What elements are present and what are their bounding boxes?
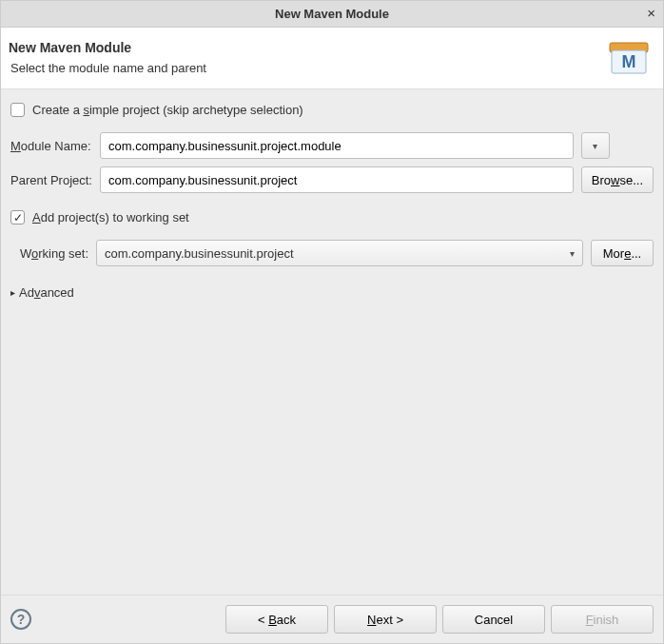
header-title: New Maven Module bbox=[9, 40, 206, 55]
finish-button[interactable]: Finish bbox=[551, 605, 654, 634]
working-set-more-button[interactable]: More... bbox=[591, 240, 654, 266]
working-set-combo[interactable]: com.company.businessunit.project ▾ bbox=[96, 240, 583, 266]
chevron-down-icon: ▾ bbox=[570, 248, 575, 259]
add-working-set-row: Add project(s) to working set bbox=[10, 210, 654, 224]
titlebar: New Maven Module × bbox=[1, 1, 663, 28]
simple-project-row: Create a simple project (skip archetype … bbox=[10, 103, 654, 117]
advanced-label: Advanced bbox=[19, 285, 74, 300]
titlebar-title: New Maven Module bbox=[275, 7, 389, 21]
wizard-window: New Maven Module × New Maven Module Sele… bbox=[0, 0, 664, 644]
header-text: New Maven Module Select the module name … bbox=[9, 40, 206, 75]
working-set-label: Working set: bbox=[20, 246, 88, 261]
header-subtitle: Select the module name and parent bbox=[9, 61, 206, 75]
twisty-collapsed-icon: ▸ bbox=[10, 287, 15, 298]
advanced-section-toggle[interactable]: ▸ Advanced bbox=[10, 285, 654, 300]
module-name-input[interactable] bbox=[100, 132, 574, 159]
wizard-footer: ? < Back Next > Cancel Finish bbox=[1, 595, 663, 643]
module-name-history-button[interactable]: ▾ bbox=[581, 132, 610, 159]
working-set-row: Working set: com.company.businessunit.pr… bbox=[20, 240, 654, 266]
parent-project-label: Parent Project: bbox=[10, 173, 92, 187]
browse-button[interactable]: Browse... bbox=[581, 166, 654, 193]
wizard-button-row: < Back Next > Cancel Finish bbox=[225, 605, 654, 634]
back-button[interactable]: < Back bbox=[225, 605, 328, 634]
add-working-set-label: Add project(s) to working set bbox=[32, 210, 189, 224]
simple-project-checkbox[interactable] bbox=[10, 103, 25, 117]
parent-project-input[interactable] bbox=[100, 166, 574, 193]
module-form: Module Name: ▾ Parent Project: Browse... bbox=[10, 132, 654, 193]
help-icon[interactable]: ? bbox=[10, 609, 31, 630]
chevron-down-icon: ▾ bbox=[593, 141, 597, 151]
wizard-header: New Maven Module Select the module name … bbox=[1, 28, 663, 89]
maven-module-icon: M bbox=[606, 37, 652, 77]
svg-text:M: M bbox=[622, 52, 636, 71]
close-icon[interactable]: × bbox=[647, 5, 655, 21]
next-button[interactable]: Next > bbox=[334, 605, 437, 634]
wizard-content: Create a simple project (skip archetype … bbox=[1, 89, 663, 595]
working-set-value: com.company.businessunit.project bbox=[105, 246, 570, 261]
module-name-label: Module Name: bbox=[10, 139, 92, 153]
add-working-set-checkbox[interactable] bbox=[10, 210, 25, 224]
cancel-button[interactable]: Cancel bbox=[442, 605, 545, 634]
simple-project-label: Create a simple project (skip archetype … bbox=[32, 103, 303, 117]
